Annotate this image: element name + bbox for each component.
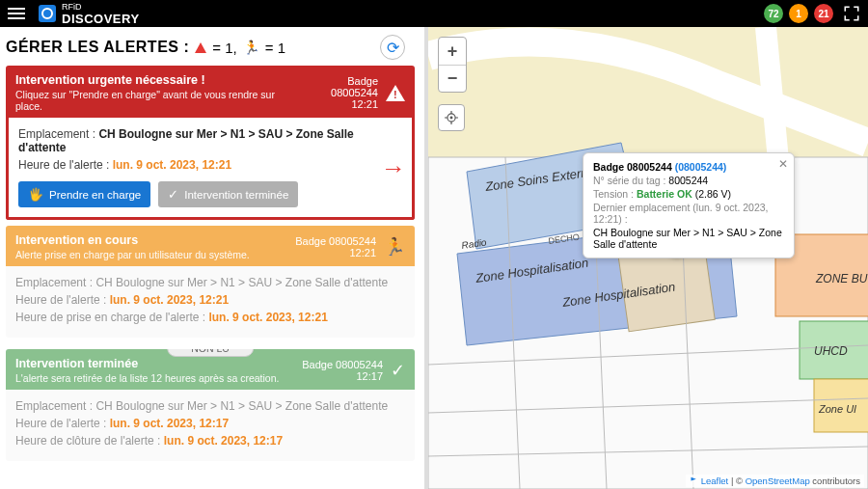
map-popup: ✕ Badge 08005244 (08005244) N° série du … (583, 152, 795, 258)
card-title: Intervention urgente nécessaire ! (15, 73, 299, 87)
status-badge-green[interactable]: 72 (764, 4, 783, 23)
running-alert-icon: 🏃 (243, 40, 259, 55)
alert-time-value: lun. 9 oct. 2023, 12:21 (113, 158, 231, 172)
svg-point-15 (450, 117, 452, 119)
alert-time-value: lun. 9 oct. 2023, 12:17 (110, 417, 229, 430)
running-count: = 1 (265, 40, 285, 56)
popup-battery-status: Batterie OK (637, 188, 692, 200)
osm-link[interactable]: OpenStreetMap (746, 475, 810, 486)
card-title: Intervention en cours (15, 233, 250, 247)
popup-voltage: (2.86 V) (692, 188, 731, 200)
loc-label: Emplacement : (15, 399, 95, 413)
go-arrow-icon[interactable]: → (381, 152, 406, 182)
alert-time-label: Heure de l'alerte : (18, 158, 113, 172)
card-header: Intervention urgente nécessaire ! Clique… (6, 66, 415, 118)
locate-button[interactable] (438, 104, 465, 131)
taken-value: lun. 9 oct. 2023, 12:21 (208, 311, 327, 324)
brand-logo[interactable]: RFiD DISCOVERY (39, 2, 140, 26)
taken-label: Heure de prise en charge de l'alerte : (15, 311, 208, 324)
card-subtitle: Alerte prise en charge par un utilisateu… (15, 249, 250, 260)
leaflet-link[interactable]: Leaflet (701, 475, 729, 486)
fullscreen-icon[interactable] (843, 5, 860, 22)
brand-large: DISCOVERY (62, 12, 140, 26)
brand-small: RFiD (62, 2, 140, 12)
alert-time-value: lun. 9 oct. 2023, 12:21 (110, 293, 229, 307)
closed-value: lun. 9 oct. 2023, 12:17 (164, 434, 283, 448)
status-badge-orange[interactable]: 1 (789, 4, 808, 23)
take-charge-button[interactable]: 🖐Prendre en charge (18, 181, 150, 207)
leaflet-flag-icon (690, 476, 698, 485)
card-body: Emplacement : CH Boulogne sur Mer > N1 >… (6, 390, 415, 461)
loc-value: CH Boulogne sur Mer > N1 > SAU > Zone Sa… (95, 276, 388, 289)
page-title: GÉRER LES ALERTES : (6, 39, 189, 56)
card-badge: Badge 08005244 (302, 359, 383, 370)
card-body: Emplacement : CH Boulogne sur Mer > N1 >… (6, 118, 415, 220)
alert-time-label: Heure de l'alerte : (15, 417, 110, 430)
card-time: 12:21 (351, 98, 378, 110)
menu-icon[interactable] (8, 8, 25, 19)
alert-card-inprogress: Intervention en cours Alerte prise en ch… (6, 226, 415, 338)
popup-title: Badge 08005244 (593, 161, 672, 173)
refresh-button[interactable]: ⟳ (380, 35, 405, 60)
warning-icon (386, 85, 405, 101)
card-badge: Badge 08005244 (299, 75, 378, 98)
zoom-in-button[interactable]: + (439, 38, 466, 65)
popup-location: CH Boulogne sur Mer > N1 > SAU > Zone Sa… (593, 227, 784, 250)
zone-label: ZONE BU (815, 272, 868, 285)
map-attribution: Leaflet | © OpenStreetMap contributors (686, 475, 864, 487)
closed-label: Heure de clôture de l'alerte : (15, 434, 164, 448)
popup-serial: 8005244 (668, 175, 708, 186)
loc-label: Emplacement : (18, 127, 98, 141)
card-header: Intervention en cours Alerte prise en ch… (6, 226, 415, 266)
zone-label: UHCD (814, 344, 848, 358)
alert-card-done: NON LU Intervention terminée L'alerte se… (6, 349, 415, 461)
panel-header: GÉRER LES ALERTES : = 1, 🏃 = 1 ⟳ (6, 35, 415, 60)
logo-mark-icon (39, 5, 56, 22)
card-time: 12:17 (356, 370, 383, 382)
popup-close-icon[interactable]: ✕ (778, 157, 788, 171)
done-check-icon: ✓ (391, 360, 405, 381)
popup-serial-label: N° série du tag : (593, 175, 668, 186)
loc-value: CH Boulogne sur Mer > N1 > SAU > Zone Sa… (95, 399, 388, 413)
urgent-count: = 1, (212, 40, 236, 56)
alert-time-label: Heure de l'alerte : (15, 293, 110, 307)
card-time: 12:21 (349, 247, 376, 258)
alert-card-urgent: Intervention urgente nécessaire ! Clique… (6, 66, 415, 220)
unread-badge: NON LU (167, 349, 254, 357)
card-body: Emplacement : CH Boulogne sur Mer > N1 >… (6, 266, 415, 338)
popup-tension-label: Tension : (593, 188, 637, 200)
hand-icon: 🖐 (28, 187, 43, 202)
card-title: Intervention terminée (15, 357, 279, 370)
card-badge: Badge 08005244 (295, 235, 376, 247)
loc-label: Emplacement : (15, 276, 95, 289)
topbar: RFiD DISCOVERY 72 1 21 (0, 0, 868, 27)
zone-label: Zone UI (818, 403, 856, 415)
urgent-alert-icon (195, 42, 206, 53)
status-badge-red[interactable]: 21 (814, 4, 833, 23)
card-subtitle: L'alerte sera retirée de la liste 12 heu… (15, 372, 279, 384)
popup-last-label: Dernier emplacement (593, 202, 692, 213)
alerts-panel: GÉRER LES ALERTES : = 1, 🏃 = 1 ⟳ Interve… (0, 27, 424, 489)
check-icon: ✓ (168, 187, 178, 202)
card-subtitle: Cliquez sur "Prendre en charge" avant de… (15, 89, 299, 112)
intervention-done-button[interactable]: ✓Intervention terminée (158, 181, 298, 207)
map-panel[interactable]: Zone Soins Externes Zone Hospitalisation… (428, 27, 868, 489)
map-controls: + − (438, 37, 467, 131)
popup-title-link[interactable]: (08005244) (675, 161, 727, 173)
running-icon: 🏃 (384, 236, 405, 258)
zoom-out-button[interactable]: − (439, 65, 466, 92)
